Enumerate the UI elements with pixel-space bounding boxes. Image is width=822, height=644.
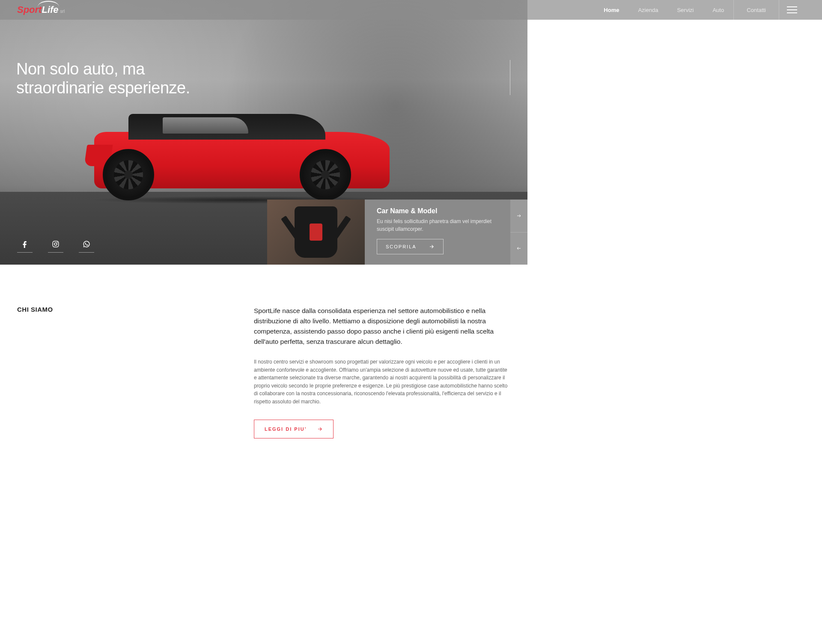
brand-logo[interactable]: SportLife srl [17,4,65,15]
about-paragraph: Il nostro centro servizi e showroom sono… [254,358,510,406]
featured-description: Eu nisi felis sollicitudin pharetra diam… [377,218,498,233]
instagram-icon[interactable] [48,240,63,253]
arrow-left-icon [515,246,522,251]
hero-section: Non solo auto, ma straordinarie esperien… [0,0,527,265]
arrow-right-icon [515,213,522,218]
about-cta-label: LEGGI DI PIU' [265,426,307,432]
carousel-next-button[interactable] [510,200,527,232]
featured-cta-button[interactable]: SCOPRILA [377,239,444,254]
about-heading: CHI SIAMO [17,306,254,313]
carousel-prev-button[interactable] [510,232,527,265]
facebook-icon[interactable] [17,240,33,253]
hero-car-illustration [77,110,402,200]
featured-title: Car Name & Model [377,207,498,215]
arrow-right-icon [429,244,435,250]
svg-point-2 [57,242,58,243]
featured-thumbnail [267,200,365,265]
hero-side-indicator [510,60,510,95]
svg-point-1 [54,243,57,245]
logo-suffix: srl [60,9,65,14]
about-section: CHI SIAMO SportLife nasce dalla consolid… [0,265,527,464]
social-links [17,240,94,253]
whatsapp-icon[interactable] [79,240,94,253]
about-cta-button[interactable]: LEGGI DI PIU' [254,420,334,438]
logo-part1: Sport [17,4,42,15]
featured-cta-label: SCOPRILA [386,244,417,249]
carousel-controls [510,200,527,265]
featured-card: Car Name & Model Eu nisi felis sollicitu… [267,200,510,265]
site-header: SportLife srl Home Azienda Servizi Auto … [0,0,527,20]
about-lead: SportLife nasce dalla consolidata esperi… [254,306,510,347]
hero-title-line1: Non solo auto, ma [16,60,145,78]
hero-title-line2: straordinarie esperienze. [16,79,190,97]
hero-title: Non solo auto, ma straordinarie esperien… [16,60,190,97]
logo-part2: Life [42,4,58,15]
arrow-right-icon [317,426,323,432]
